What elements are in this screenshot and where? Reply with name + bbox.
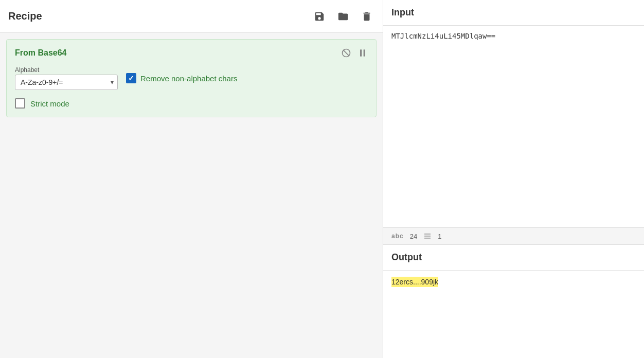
svg-rect-2	[360, 49, 362, 56]
left-panel: Recipe	[0, 0, 383, 358]
strict-mode-row: Strict mode	[15, 98, 368, 109]
input-section: Input MTJlcmNzLi4uLi45MDlqaw== abc 24 1	[383, 0, 644, 245]
operation-card: From Base64	[6, 39, 377, 117]
output-highlighted-text: 12ercs....909jk	[391, 277, 438, 287]
recipe-toolbar	[312, 9, 374, 24]
folder-icon	[337, 11, 349, 22]
operation-header: From Base64	[15, 48, 368, 58]
right-panel: Input MTJlcmNzLi4uLi45MDlqaw== abc 24 1 …	[383, 0, 644, 358]
alphabet-label: Alphabet	[15, 66, 118, 74]
remove-label[interactable]: Remove non-alphabet chars	[140, 74, 237, 83]
recipe-title: Recipe	[8, 10, 42, 22]
svg-line-1	[343, 50, 349, 56]
disable-icon	[341, 48, 351, 58]
line-count: 1	[438, 232, 441, 240]
abc-icon: abc	[391, 232, 404, 240]
char-count: 24	[410, 232, 417, 240]
strict-mode-label[interactable]: Strict mode	[30, 99, 69, 108]
pause-icon	[357, 48, 368, 58]
pause-operation-button[interactable]	[357, 48, 368, 58]
operation-title: From Base64	[15, 48, 67, 58]
trash-icon	[361, 11, 372, 22]
disable-operation-button[interactable]	[341, 48, 351, 58]
strict-mode-checkbox[interactable]	[15, 98, 25, 109]
alphabet-row: Alphabet A-Za-z0-9+/= ▾ Remove non-alpha…	[15, 66, 368, 90]
alphabet-select-wrap: Alphabet A-Za-z0-9+/= ▾	[15, 66, 118, 90]
lines-icon	[423, 232, 432, 240]
remove-checkbox[interactable]	[126, 73, 136, 83]
save-button[interactable]	[312, 9, 327, 24]
save-icon	[314, 11, 325, 22]
delete-button[interactable]	[359, 9, 374, 24]
input-textarea[interactable]: MTJlcmNzLi4uLi45MDlqaw==	[383, 26, 644, 227]
recipe-header: Recipe	[0, 0, 383, 33]
output-section: Output 12ercs....909jk	[383, 245, 644, 358]
svg-rect-3	[364, 49, 365, 56]
input-status-bar: abc 24 1	[383, 227, 644, 244]
remove-checkbox-wrap: Remove non-alphabet chars	[126, 73, 237, 83]
operation-controls	[341, 48, 368, 58]
input-header: Input	[383, 0, 644, 26]
output-header: Output	[383, 245, 644, 271]
folder-button[interactable]	[335, 9, 351, 24]
alphabet-select[interactable]: A-Za-z0-9+/=	[15, 75, 118, 90]
output-content: 12ercs....909jk	[383, 271, 644, 358]
